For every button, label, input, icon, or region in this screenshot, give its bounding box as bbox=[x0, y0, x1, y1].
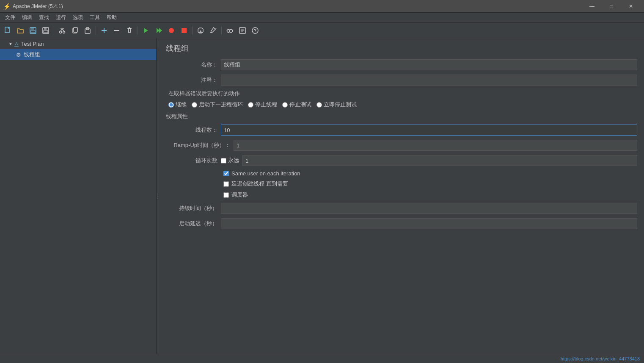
same-user-label[interactable]: Same user on each iteration bbox=[223, 170, 300, 177]
svg-line-9 bbox=[61, 29, 62, 31]
radio-stop-test-now-label: 立即停止测试 bbox=[324, 101, 357, 108]
duration-label: 持续时间（秒） bbox=[166, 205, 221, 212]
scheduler-checkbox[interactable] bbox=[223, 192, 229, 198]
app-icon: ⚡ bbox=[3, 3, 10, 10]
scheduler-label[interactable]: 调度器 bbox=[223, 191, 248, 199]
svg-rect-5 bbox=[44, 28, 47, 30]
svg-text:?: ? bbox=[254, 28, 256, 33]
main-area: ▼ △ Test Plan ⚙ 线程组 线程组 名称： 注释： bbox=[0, 38, 644, 354]
startup-delay-row: 启动延迟（秒） bbox=[166, 218, 637, 229]
log-level-button[interactable] bbox=[224, 25, 236, 36]
window-controls: — □ ✕ bbox=[582, 0, 641, 13]
radio-start-next-loop-input[interactable] bbox=[192, 102, 197, 108]
close-button[interactable]: ✕ bbox=[621, 0, 641, 13]
name-input[interactable] bbox=[221, 59, 637, 70]
shutdown-button[interactable] bbox=[195, 25, 206, 36]
error-action-radio-group: 继续 启动下一进程循环 停止线程 停止测试 立即停止测试 bbox=[166, 101, 637, 108]
scheduler-text: 调度器 bbox=[231, 191, 248, 199]
duration-input[interactable] bbox=[221, 203, 637, 214]
remove-button[interactable] bbox=[111, 25, 123, 36]
startup-delay-input[interactable] bbox=[221, 218, 637, 229]
ramp-up-row: Ramp-Up时间（秒）： bbox=[166, 140, 637, 151]
same-user-row: Same user on each iteration bbox=[166, 170, 637, 177]
svg-marker-23 bbox=[159, 28, 162, 33]
name-label: 名称： bbox=[166, 61, 221, 69]
menu-edit[interactable]: 编辑 bbox=[19, 13, 36, 22]
cut-button[interactable] bbox=[56, 25, 68, 36]
help-button[interactable]: ? bbox=[249, 25, 261, 36]
loop-count-input[interactable] bbox=[242, 155, 637, 166]
loop-count-row: 循环次数 永远 bbox=[166, 155, 637, 166]
svg-point-8 bbox=[63, 31, 65, 33]
svg-line-31 bbox=[227, 30, 227, 30]
save-button[interactable] bbox=[40, 25, 52, 36]
add-button[interactable] bbox=[98, 25, 110, 36]
loop-count-label: 循环次数 bbox=[166, 157, 221, 164]
radio-stop-test-input[interactable] bbox=[282, 102, 288, 108]
start-button[interactable] bbox=[140, 25, 152, 36]
thread-count-input[interactable] bbox=[221, 125, 637, 136]
svg-rect-13 bbox=[74, 28, 77, 32]
svg-marker-26 bbox=[199, 30, 202, 33]
thread-count-row: 线程数： bbox=[166, 125, 637, 136]
radio-stop-thread-input[interactable] bbox=[248, 102, 253, 108]
loop-forever-label[interactable]: 永远 bbox=[221, 157, 239, 164]
radio-continue-input[interactable] bbox=[168, 102, 174, 108]
paste-button[interactable] bbox=[82, 25, 94, 36]
same-user-checkbox[interactable] bbox=[223, 171, 229, 176]
broom-button[interactable] bbox=[207, 25, 219, 36]
svg-rect-25 bbox=[182, 28, 187, 33]
scheduler-row: 调度器 bbox=[166, 191, 637, 199]
svg-rect-3 bbox=[31, 30, 35, 33]
comment-label: 注释： bbox=[166, 76, 221, 84]
radio-start-next-loop-label: 启动下一进程循环 bbox=[199, 101, 243, 108]
radio-stop-test[interactable]: 停止测试 bbox=[282, 101, 311, 108]
menu-options[interactable]: 选项 bbox=[69, 13, 86, 22]
minimize-button[interactable]: — bbox=[582, 0, 602, 13]
stop-now-button[interactable] bbox=[178, 25, 190, 36]
window-title: Apache JMeter (5.4.1) bbox=[13, 3, 582, 9]
ramp-up-input[interactable] bbox=[234, 140, 637, 151]
test-plan-icon: △ bbox=[14, 41, 19, 47]
radio-start-next-loop[interactable]: 启动下一进程循环 bbox=[192, 101, 243, 108]
open-button[interactable] bbox=[14, 25, 26, 36]
thread-group-label: 线程组 bbox=[24, 51, 40, 58]
radio-stop-test-now[interactable]: 立即停止测试 bbox=[316, 101, 357, 108]
comment-input[interactable] bbox=[221, 75, 637, 86]
radio-stop-test-now-input[interactable] bbox=[316, 102, 322, 108]
menu-help[interactable]: 帮助 bbox=[103, 13, 120, 22]
menu-tools[interactable]: 工具 bbox=[86, 13, 103, 22]
delay-create-checkbox[interactable] bbox=[223, 181, 229, 187]
stop-button[interactable] bbox=[165, 25, 177, 36]
same-user-text: Same user on each iteration bbox=[231, 170, 300, 177]
svg-point-7 bbox=[60, 31, 62, 33]
sidebar-item-test-plan[interactable]: ▼ △ Test Plan bbox=[0, 38, 156, 49]
start-no-pause-button[interactable] bbox=[153, 25, 165, 36]
sidebar-item-thread-group[interactable]: ⚙ 线程组 bbox=[0, 49, 156, 60]
clear-button[interactable] bbox=[124, 25, 135, 36]
loop-forever-checkbox[interactable] bbox=[221, 158, 226, 163]
maximize-button[interactable]: □ bbox=[602, 0, 621, 13]
svg-line-27 bbox=[215, 28, 216, 29]
delay-create-text: 延迟创建线程 直到需要 bbox=[231, 180, 288, 188]
menu-file[interactable]: 文件 bbox=[2, 13, 19, 22]
save-template-button[interactable] bbox=[27, 25, 39, 36]
thread-group-icon: ⚙ bbox=[16, 52, 21, 58]
log-panel-button[interactable] bbox=[237, 25, 248, 36]
test-plan-label: Test Plan bbox=[21, 41, 44, 47]
copy-button[interactable] bbox=[69, 25, 81, 36]
radio-continue[interactable]: 继续 bbox=[168, 101, 187, 108]
radio-stop-thread[interactable]: 停止线程 bbox=[248, 101, 277, 108]
delay-create-label[interactable]: 延迟创建线程 直到需要 bbox=[223, 180, 288, 188]
loop-forever-text: 永远 bbox=[228, 157, 239, 164]
svg-line-32 bbox=[232, 30, 233, 30]
ramp-up-label: Ramp-Up时间（秒）： bbox=[166, 141, 234, 149]
svg-marker-22 bbox=[157, 28, 160, 33]
menu-run[interactable]: 运行 bbox=[52, 13, 69, 22]
radio-continue-label: 继续 bbox=[176, 101, 187, 108]
menu-bar: 文件 编辑 查找 运行 选项 工具 帮助 bbox=[0, 13, 644, 23]
new-button[interactable] bbox=[2, 25, 14, 36]
name-row: 名称： bbox=[166, 59, 637, 70]
menu-search[interactable]: 查找 bbox=[36, 13, 52, 22]
panel-title: 线程组 bbox=[166, 43, 637, 53]
